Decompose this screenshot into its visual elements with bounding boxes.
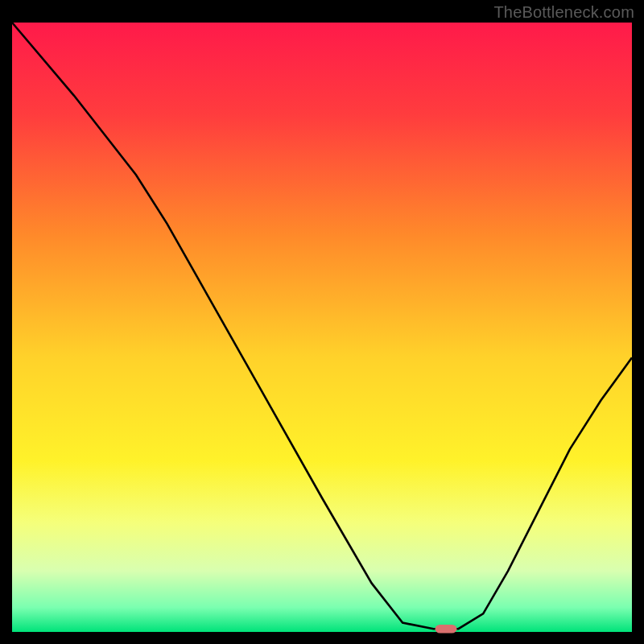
bottleneck-chart: TheBottleneck.com [0, 0, 644, 644]
attribution-text: TheBottleneck.com [493, 3, 634, 22]
chart-svg [0, 0, 644, 644]
optimal-marker [436, 625, 457, 634]
chart-plot-area [12, 23, 632, 632]
